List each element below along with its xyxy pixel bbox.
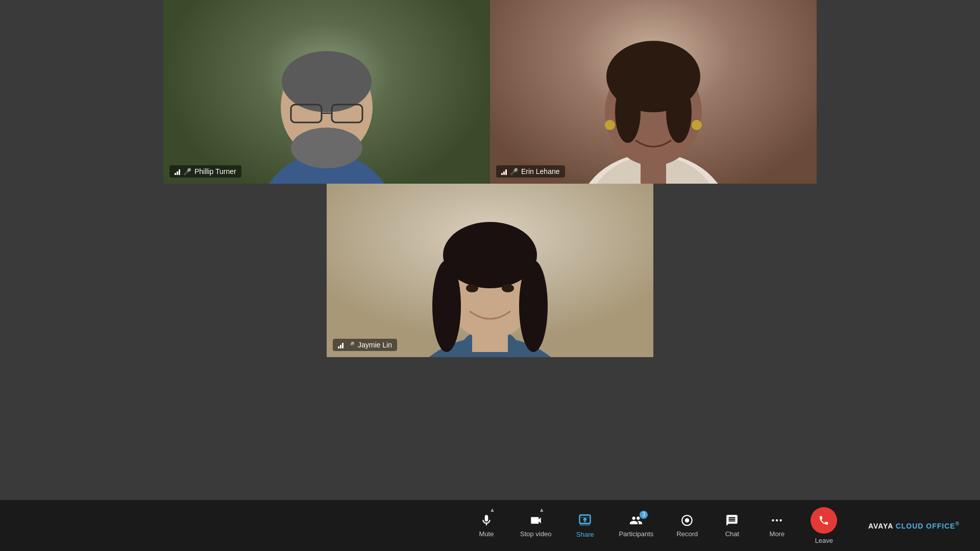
- name-bar-erin: 🎤 Erin Lehane: [496, 165, 565, 178]
- participants-icon: 3: [628, 514, 644, 527]
- signal-icon-erin: [501, 168, 507, 175]
- svg-rect-27: [580, 523, 591, 525]
- svg-point-32: [780, 519, 782, 521]
- svg-point-3: [291, 128, 362, 168]
- svg-point-31: [776, 519, 778, 521]
- signal-icon-jaymie: [338, 341, 344, 348]
- mic-icon: ▲: [480, 514, 493, 527]
- mute-label: Mute: [479, 530, 494, 538]
- toolbar-center: ▲ Mute ▲ Stop video: [444, 503, 868, 548]
- svg-point-25: [502, 284, 514, 292]
- svg-point-22: [519, 260, 548, 352]
- participants-badge: 3: [640, 511, 648, 519]
- chevron-up-mute: ▲: [489, 507, 495, 513]
- stop-video-button[interactable]: ▲ Stop video: [511, 510, 560, 542]
- share-button[interactable]: Share: [565, 509, 605, 542]
- share-icon: [578, 513, 592, 528]
- more-icon: [770, 514, 783, 527]
- svg-point-13: [666, 82, 692, 143]
- leave-button[interactable]: [811, 507, 837, 534]
- svg-point-12: [615, 82, 641, 143]
- toolbar: ▲ Mute ▲ Stop video: [0, 500, 980, 551]
- record-label: Record: [676, 530, 698, 538]
- svg-point-14: [605, 120, 615, 130]
- name-bar-phillip: 🎤 Phillip Turner: [169, 165, 241, 178]
- name-bar-jaymie: 🎤 Jaymie Lin: [333, 339, 397, 351]
- svg-point-29: [685, 518, 690, 522]
- chevron-up-video: ▲: [539, 507, 545, 513]
- video-tile-phillip: 🎤 Phillip Turner: [163, 0, 490, 184]
- svg-point-2: [282, 51, 372, 112]
- record-button[interactable]: Record: [667, 510, 707, 542]
- video-tile-erin: 🎤 Erin Lehane: [490, 0, 817, 184]
- participant-name-erin: Erin Lehane: [521, 167, 560, 176]
- leave-label: Leave: [815, 537, 833, 544]
- record-icon: [680, 514, 694, 527]
- more-button[interactable]: More: [756, 510, 797, 542]
- video-icon: ▲: [529, 514, 543, 527]
- video-tile-jaymie: 🎤 Jaymie Lin: [327, 184, 653, 357]
- participant-name-phillip: Phillip Turner: [194, 167, 236, 176]
- svg-point-23: [445, 240, 535, 281]
- top-row: 🎤 Phillip Turner: [163, 0, 817, 184]
- mic-icon-phillip: 🎤: [183, 168, 191, 176]
- stop-video-label: Stop video: [520, 530, 551, 538]
- svg-point-15: [692, 120, 702, 130]
- participant-name-jaymie: Jaymie Lin: [358, 341, 392, 349]
- mic-icon-jaymie: 🎤: [347, 341, 355, 349]
- svg-point-24: [466, 284, 478, 292]
- participants-button[interactable]: 3 Participants: [609, 510, 663, 542]
- participants-label: Participants: [619, 530, 653, 538]
- svg-point-30: [772, 519, 774, 521]
- more-label: More: [770, 530, 785, 538]
- svg-point-21: [432, 260, 461, 352]
- bottom-row: 🎤 Jaymie Lin: [163, 184, 817, 357]
- share-label: Share: [576, 531, 594, 538]
- toolbar-right: AVAYA CLOUD OFFICE®: [868, 521, 960, 530]
- chat-button[interactable]: Chat: [712, 510, 752, 542]
- signal-icon-phillip: [175, 168, 180, 175]
- video-area: 🎤 Phillip Turner: [0, 0, 980, 500]
- leave-button-wrap[interactable]: Leave: [801, 503, 846, 548]
- mic-icon-erin: 🎤: [510, 168, 518, 176]
- mute-button[interactable]: ▲ Mute: [466, 510, 507, 542]
- avaya-logo: AVAYA CLOUD OFFICE®: [868, 521, 960, 530]
- chat-label: Chat: [725, 530, 739, 538]
- chat-icon: [725, 514, 739, 527]
